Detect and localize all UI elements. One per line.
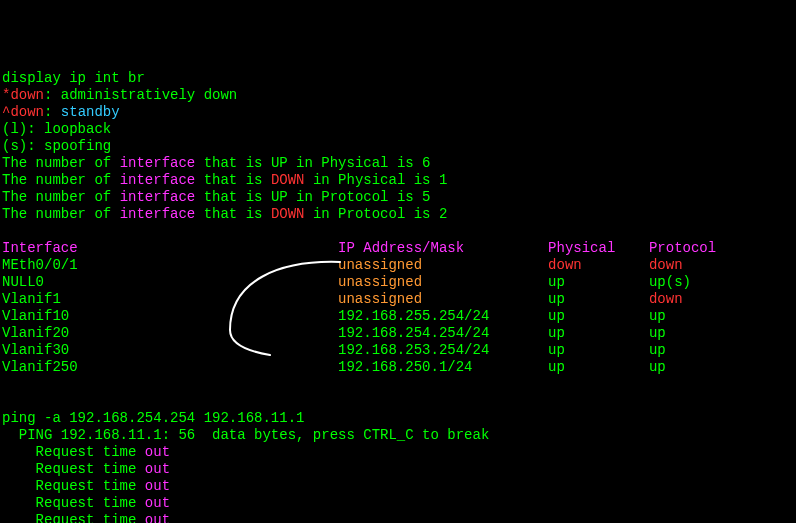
terminal-output: display ip int br *down: administrativel… bbox=[2, 70, 794, 523]
